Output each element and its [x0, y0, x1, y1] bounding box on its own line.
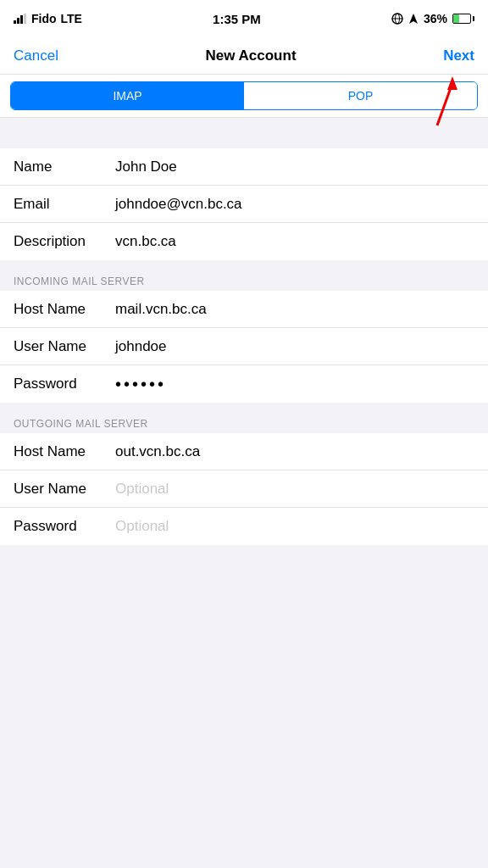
outgoing-section-header: OUTGOING MAIL SERVER — [0, 403, 488, 433]
incoming-password-value[interactable]: •••••• — [115, 375, 474, 394]
incoming-password-row: Password •••••• — [0, 365, 488, 403]
outgoing-username-row: User Name Optional — [0, 470, 488, 508]
incoming-username-value[interactable]: johndoe — [115, 338, 474, 355]
account-section: Name John Doe Email johndoe@vcn.bc.ca De… — [0, 148, 488, 260]
segment-pop[interactable]: POP — [244, 82, 477, 109]
status-indicators: 36% — [391, 12, 474, 25]
status-carrier: Fido LTE — [14, 12, 82, 25]
incoming-username-label: User Name — [14, 338, 115, 355]
svg-rect-3 — [24, 14, 26, 24]
incoming-section-label: INCOMING MAIL SERVER — [14, 275, 145, 287]
email-label: Email — [14, 196, 115, 213]
carrier-label: Fido — [31, 12, 57, 25]
incoming-section: Host Name mail.vcn.bc.ca User Name johnd… — [0, 291, 488, 403]
incoming-hostname-label: Host Name — [14, 301, 115, 318]
nav-bar: Cancel New Account Next — [0, 37, 488, 75]
next-button[interactable]: Next — [443, 47, 474, 64]
incoming-username-row: User Name johndoe — [0, 328, 488, 365]
description-label: Description — [14, 233, 115, 250]
status-bar: Fido LTE 1:35 PM 36% — [0, 0, 488, 37]
incoming-section-header: INCOMING MAIL SERVER — [0, 260, 488, 291]
network-label: LTE — [61, 12, 82, 25]
description-value[interactable]: vcn.bc.ca — [115, 233, 474, 250]
email-row: Email johndoe@vcn.bc.ca — [0, 186, 488, 223]
segment-imap[interactable]: IMAP — [11, 82, 244, 109]
globe-icon — [391, 13, 403, 25]
svg-rect-0 — [14, 20, 16, 24]
outgoing-username-label: User Name — [14, 481, 115, 498]
outgoing-password-row: Password Optional — [0, 508, 488, 545]
segment-control: IMAP POP — [0, 75, 488, 118]
battery-percent: 36% — [424, 12, 447, 25]
location-icon — [408, 13, 419, 25]
svg-rect-2 — [20, 15, 23, 24]
name-label: Name — [14, 159, 115, 175]
email-value[interactable]: johndoe@vcn.bc.ca — [115, 196, 474, 213]
outgoing-password-value[interactable]: Optional — [115, 518, 474, 535]
name-row: Name John Doe — [0, 148, 488, 186]
outgoing-hostname-label: Host Name — [14, 443, 115, 460]
status-time: 1:35 PM — [213, 12, 261, 26]
cancel-button[interactable]: Cancel — [14, 47, 58, 64]
incoming-password-label: Password — [14, 376, 115, 392]
outgoing-section-label: OUTGOING MAIL SERVER — [14, 418, 148, 430]
battery-icon — [452, 14, 474, 24]
outgoing-hostname-value[interactable]: out.vcn.bc.ca — [115, 443, 474, 460]
outgoing-section: Host Name out.vcn.bc.ca User Name Option… — [0, 433, 488, 545]
incoming-hostname-row: Host Name mail.vcn.bc.ca — [0, 291, 488, 328]
outgoing-hostname-row: Host Name out.vcn.bc.ca — [0, 433, 488, 470]
signal-icon — [14, 14, 27, 24]
outgoing-username-value[interactable]: Optional — [115, 481, 474, 498]
account-section-gap — [0, 118, 488, 148]
page-title: New Account — [206, 47, 297, 64]
svg-rect-1 — [17, 18, 19, 24]
description-row: Description vcn.bc.ca — [0, 223, 488, 260]
name-value[interactable]: John Doe — [115, 159, 474, 175]
outgoing-password-label: Password — [14, 518, 115, 535]
incoming-hostname-value[interactable]: mail.vcn.bc.ca — [115, 301, 474, 318]
